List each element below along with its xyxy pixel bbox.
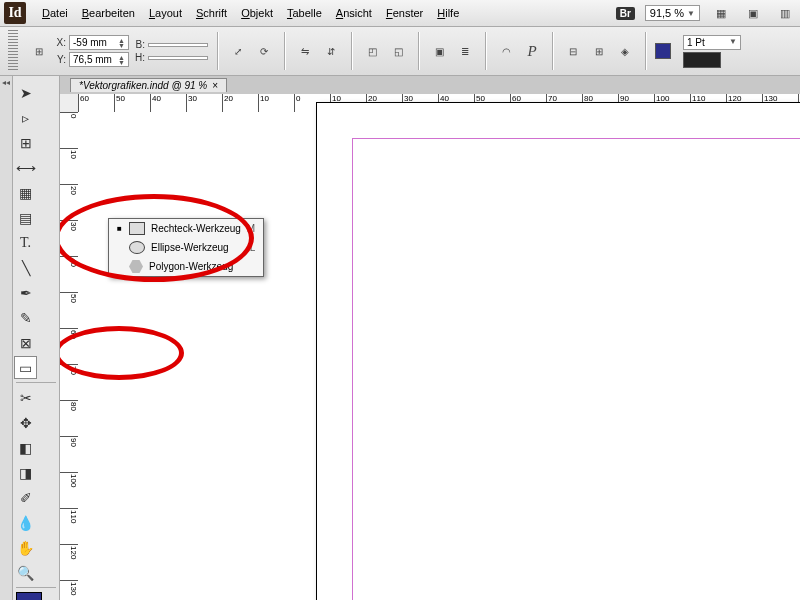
- gradient-swatch-tool[interactable]: ◧: [14, 436, 37, 459]
- rectangle-frame-tool[interactable]: ⊠: [14, 331, 37, 354]
- pathfinder-icon[interactable]: ◈: [614, 40, 636, 62]
- view-options-icon[interactable]: ▦: [710, 2, 732, 24]
- flip-h-icon[interactable]: ⇋: [294, 40, 316, 62]
- flyout-item[interactable]: ■Rechteck-WerkzeugM: [109, 219, 263, 238]
- toolbox: ➤ ▹ ⊞ ⟷ ▦ ▤ T. ╲ ✒ ✎ ⊠ ▭ ✂ ✥ ◧ ◨ ✐ 💧 ✋ 🔍…: [13, 76, 60, 600]
- flyout-item[interactable]: Ellipse-WerkzeugL: [109, 238, 263, 257]
- align-icon[interactable]: ⊟: [562, 40, 584, 62]
- menu-file[interactable]: DDateiatei: [36, 4, 74, 22]
- stroke-style-swatch[interactable]: [683, 52, 721, 68]
- menu-layout[interactable]: Layout: [143, 4, 188, 22]
- x-label: X:: [54, 37, 66, 48]
- menu-table[interactable]: Tabelle: [281, 4, 328, 22]
- y-label: Y:: [54, 54, 66, 65]
- pen-tool[interactable]: ✒: [14, 281, 37, 304]
- panel-dock-left[interactable]: ◂◂: [0, 76, 13, 600]
- rotate-icon[interactable]: ⟳: [253, 40, 275, 62]
- select-content-icon[interactable]: ◱: [387, 40, 409, 62]
- menu-help[interactable]: Hilfe: [431, 4, 465, 22]
- select-container-icon[interactable]: ◰: [361, 40, 383, 62]
- menu-window[interactable]: Fenster: [380, 4, 429, 22]
- text-wrap-icon[interactable]: ≣: [454, 40, 476, 62]
- page[interactable]: [316, 102, 800, 600]
- scissors-tool[interactable]: ✂: [14, 386, 37, 409]
- zoom-combo[interactable]: 91,5 %▼: [645, 5, 700, 21]
- effects-icon[interactable]: P: [521, 40, 543, 62]
- direct-selection-tool[interactable]: ▹: [14, 106, 37, 129]
- menu-bar: Id DDateiatei Bearbeiten Layout Schrift …: [0, 0, 800, 27]
- pasteboard[interactable]: [78, 112, 800, 600]
- document-tab-bar: *Vektorgrafiken.indd @ 91 % ×: [60, 76, 800, 95]
- zoom-tool[interactable]: 🔍: [14, 561, 37, 584]
- w-label: B:: [133, 39, 145, 50]
- reference-point-icon[interactable]: ⊞: [28, 40, 50, 62]
- hand-tool[interactable]: ✋: [14, 536, 37, 559]
- content-collector-tool[interactable]: ▦: [14, 181, 37, 204]
- ruler-origin[interactable]: [60, 94, 79, 113]
- menu-type[interactable]: Schrift: [190, 4, 233, 22]
- type-tool[interactable]: T.: [14, 231, 37, 254]
- stroke-weight-combo[interactable]: 1 Pt▼: [683, 35, 741, 50]
- selection-tool[interactable]: ➤: [14, 81, 37, 104]
- app-logo: Id: [4, 2, 26, 24]
- flip-v-icon[interactable]: ⇵: [320, 40, 342, 62]
- y-field[interactable]: 76,5 mm▲▼: [69, 52, 129, 67]
- document-area: *Vektorgrafiken.indd @ 91 % × 6050403020…: [60, 76, 800, 600]
- h-label: H:: [133, 52, 145, 63]
- control-bar: ⊞ X:-59 mm▲▼ Y:76,5 mm▲▼ B: H: ⤢ ⟳ ⇋ ⇵ ◰…: [0, 27, 800, 76]
- pencil-tool[interactable]: ✎: [14, 306, 37, 329]
- w-field[interactable]: [148, 43, 208, 47]
- menu-view[interactable]: Ansicht: [330, 4, 378, 22]
- page-tool[interactable]: ⊞: [14, 131, 37, 154]
- shape-tool-flyout: ■Rechteck-WerkzeugMEllipse-WerkzeugLPoly…: [108, 218, 264, 277]
- chevron-down-icon: ▼: [687, 9, 695, 18]
- fill-swatch[interactable]: [655, 43, 671, 59]
- distribute-icon[interactable]: ⊞: [588, 40, 610, 62]
- arrange-icon[interactable]: ▥: [774, 2, 796, 24]
- scale-icon[interactable]: ⤢: [227, 40, 249, 62]
- gradient-feather-tool[interactable]: ◨: [14, 461, 37, 484]
- close-tab-icon[interactable]: ×: [212, 80, 218, 91]
- workspace: ◂◂ ➤ ▹ ⊞ ⟷ ▦ ▤ T. ╲ ✒ ✎ ⊠ ▭ ✂ ✥ ◧ ◨ ✐ 💧 …: [0, 76, 800, 600]
- gap-tool[interactable]: ⟷: [14, 156, 37, 179]
- fill-stroke-swatch[interactable]: [16, 592, 56, 600]
- note-tool[interactable]: ✐: [14, 486, 37, 509]
- rectangle-tool[interactable]: ▭: [14, 356, 37, 379]
- corner-options-icon[interactable]: ◠: [495, 40, 517, 62]
- screen-mode-icon[interactable]: ▣: [742, 2, 764, 24]
- document-tab[interactable]: *Vektorgrafiken.indd @ 91 % ×: [70, 78, 227, 92]
- page-margin-guide: [352, 138, 800, 600]
- fit-content-icon[interactable]: ▣: [428, 40, 450, 62]
- content-placer-tool[interactable]: ▤: [14, 206, 37, 229]
- free-transform-tool[interactable]: ✥: [14, 411, 37, 434]
- x-field[interactable]: -59 mm▲▼: [69, 35, 129, 50]
- ruler-vertical[interactable]: 0102030405060708090100110120130140: [60, 112, 79, 600]
- eyedropper-tool[interactable]: 💧: [14, 511, 37, 534]
- h-field[interactable]: [148, 56, 208, 60]
- bridge-badge[interactable]: Br: [616, 7, 635, 20]
- menu-object[interactable]: Objekt: [235, 4, 279, 22]
- menu-edit[interactable]: Bearbeiten: [76, 4, 141, 22]
- flyout-item[interactable]: Polygon-Werkzeug: [109, 257, 263, 276]
- grip-handle[interactable]: [8, 30, 18, 72]
- line-tool[interactable]: ╲: [14, 256, 37, 279]
